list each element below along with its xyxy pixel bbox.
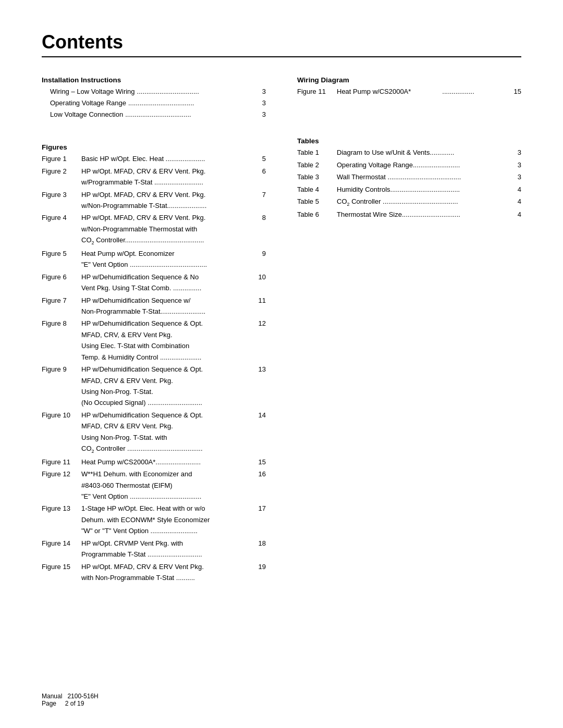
installation-instructions-header: Installation Instructions (42, 76, 266, 84)
page-title: Contents (42, 31, 521, 57)
table-entry-4: Table 4 Humidity Controls...............… (297, 184, 521, 195)
table-entry-3: Table 3 Wall Thermostat ................… (297, 171, 521, 182)
toc-dots: ................................... (125, 109, 260, 120)
figure-desc: HP w/Opt. MFAD, CRV & ERV Vent. Pkg.w/Pr… (81, 166, 259, 188)
figures-section: Figures Figure 1 Basic HP w/Opt. Elec. H… (42, 143, 266, 584)
figure-desc: HP w/Dehumidification Sequence & Opt.MFA… (81, 318, 255, 363)
figure-num: Figure 6 (42, 272, 81, 294)
table-desc: Wall Thermostat ........................… (337, 171, 515, 182)
figure-num: Figure 8 (42, 318, 81, 363)
figure-desc: HP w/Opt. MFAD, CRV & ERV Vent. Pkg.w/No… (81, 212, 259, 246)
toc-label: Wiring – Low Voltage Wiring (50, 86, 135, 97)
toc-entry-wiring: Wiring – Low Voltage Wiring ............… (42, 86, 266, 97)
table-desc: Thermostat Wire Size....................… (337, 209, 515, 220)
figure-page: 17 (259, 503, 266, 536)
table-entry-5: Table 5 CO2 Controller .................… (297, 196, 521, 208)
figure-entry-9: Figure 9 HP w/Dehumidification Sequence … (42, 364, 266, 409)
figure-entry-12: Figure 12 W**H1 Dehum. with Economizer a… (42, 468, 266, 502)
figure-page: 5 (262, 153, 266, 164)
figure-entry-6: Figure 6 HP w/Dehumidification Sequence … (42, 272, 266, 294)
figure-desc: Basic HP w/Opt. Elec. Heat .............… (81, 153, 259, 164)
figure-desc: W**H1 Dehum. with Economizer and#8403-06… (81, 468, 255, 502)
footer: Manual 2100-516H Page 2 of 19 (42, 693, 99, 707)
figure-num: Figure 12 (42, 468, 81, 502)
table-desc: Diagram to Use w/Unit & Vents...........… (337, 147, 515, 158)
figure-desc: HP w/Dehumidification Sequence w/Non-Pro… (81, 295, 255, 317)
table-num: Table 5 (297, 196, 337, 208)
figure-page: 12 (259, 318, 266, 363)
table-page: 3 (518, 171, 521, 182)
toc-dots: ................................. (137, 86, 260, 97)
tables-header: Tables (297, 137, 521, 145)
figure-page: 19 (259, 561, 266, 584)
figure-entry-8: Figure 8 HP w/Dehumidification Sequence … (42, 318, 266, 363)
figures-header: Figures (42, 143, 266, 151)
figure-desc: Heat Pump w/CS2000A*....................… (81, 456, 255, 467)
toc-entry-connection: Low Voltage Connection .................… (42, 109, 266, 120)
figure-page: 6 (262, 166, 266, 188)
installation-instructions-section: Installation Instructions Wiring – Low V… (42, 76, 266, 120)
toc-page: 3 (262, 97, 266, 109)
figure-desc: Heat Pump w/Opt. Economizer"E" Vent Opti… (81, 248, 259, 270)
table-num: Table 1 (297, 147, 337, 158)
toc-label: Low Voltage Connection (50, 109, 123, 120)
table-desc: CO2 Controller .........................… (337, 196, 515, 208)
figure-desc: HP w/Dehumidification Sequence & Opt.MFA… (81, 364, 255, 409)
figure-page: 9 (262, 248, 266, 270)
figure-desc: 1-Stage HP w/Opt. Elec. Heat with or w/o… (81, 503, 255, 536)
figure-num: Figure 3 (42, 189, 81, 212)
figure-entry-3: Figure 3 HP w/Opt. MFAD, CRV & ERV Vent.… (42, 189, 266, 212)
toc-dots: ................................... (128, 97, 260, 109)
figure-entry-13: Figure 13 1-Stage HP w/Opt. Elec. Heat w… (42, 503, 266, 536)
figure-entry-7: Figure 7 HP w/Dehumidification Sequence … (42, 295, 266, 317)
wiring-diagram-entry: Figure 11 Heat Pump w/CS2000A*..........… (297, 86, 521, 97)
figure-page: 13 (259, 364, 266, 409)
figure-num: Figure 5 (42, 248, 81, 270)
table-page: 4 (518, 184, 521, 195)
figure-desc: HP w/Opt. CRVMP Vent Pkg. withProgrammab… (81, 538, 255, 560)
figure-page: 15 (514, 86, 521, 97)
table-desc: Humidity Controls.......................… (337, 184, 515, 195)
table-num: Table 4 (297, 184, 337, 195)
figure-num: Figure 2 (42, 166, 81, 188)
table-num: Table 6 (297, 209, 337, 220)
table-entry-2: Table 2 Operating Voltage Range.........… (297, 159, 521, 170)
figure-entry-1: Figure 1 Basic HP w/Opt. Elec. Heat ....… (42, 153, 266, 164)
footer-page-num: 2 of 19 (65, 700, 84, 707)
figure-entry-5: Figure 5 Heat Pump w/Opt. Economizer"E" … (42, 248, 266, 270)
table-num: Table 2 (297, 159, 337, 170)
footer-manual-num: 2100-516H (67, 693, 98, 700)
figure-page: 14 (259, 410, 266, 455)
table-num: Table 3 (297, 171, 337, 182)
figure-page: 7 (262, 189, 266, 212)
figure-entry-10: Figure 10 HP w/Dehumidification Sequence… (42, 410, 266, 455)
figure-label: Figure 11 (297, 86, 337, 97)
figure-page: 15 (259, 456, 266, 467)
figure-num: Figure 11 (42, 456, 81, 467)
figure-num: Figure 1 (42, 153, 81, 164)
tables-section: Tables Table 1 Diagram to Use w/Unit & V… (297, 137, 521, 221)
footer-page-label: Page (42, 700, 56, 707)
figure-num: Figure 4 (42, 212, 81, 246)
figure-entry-4: Figure 4 HP w/Opt. MFAD, CRV & ERV Vent.… (42, 212, 266, 246)
figure-num: Figure 9 (42, 364, 81, 409)
figure-num: Figure 13 (42, 503, 81, 536)
figure-page: 11 (259, 295, 266, 317)
figure-num: Figure 10 (42, 410, 81, 455)
table-page: 4 (518, 209, 521, 220)
figure-page: 10 (259, 272, 266, 294)
figure-desc: HP w/Opt. MFAD, CRV & ERV Vent. Pkg.w/No… (81, 189, 259, 212)
figure-entry-11: Figure 11 Heat Pump w/CS2000A*..........… (42, 456, 266, 467)
toc-page: 3 (262, 86, 266, 97)
table-entry-6: Table 6 Thermostat Wire Size............… (297, 209, 521, 220)
table-entry-1: Table 1 Diagram to Use w/Unit & Vents...… (297, 147, 521, 158)
figure-num: Figure 15 (42, 561, 81, 584)
figure-num: Figure 7 (42, 295, 81, 317)
toc-page: 3 (262, 109, 266, 120)
wiring-diagram-header: Wiring Diagram (297, 76, 521, 84)
toc-entry-voltage: Operating Voltage Range ................… (42, 97, 266, 109)
wiring-diagram-section: Wiring Diagram Figure 11 Heat Pump w/CS2… (297, 76, 521, 120)
figure-entry-15: Figure 15 HP w/Opt. MFAD, CRV & ERV Vent… (42, 561, 266, 584)
figure-desc: Heat Pump w/CS2000A*................. (337, 86, 511, 97)
figure-desc: HP w/Dehumidification Sequence & NoVent … (81, 272, 255, 294)
